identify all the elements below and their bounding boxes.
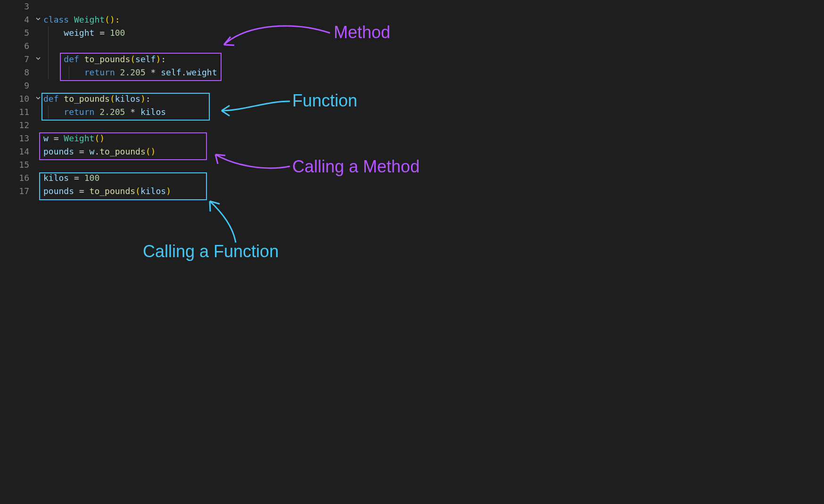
code-content[interactable]: def to_pounds(self): bbox=[43, 53, 824, 66]
line-number: 9 bbox=[0, 79, 33, 92]
line-number: 10 bbox=[0, 92, 33, 106]
line-number: 7 bbox=[0, 53, 33, 66]
fold-spacer bbox=[33, 185, 43, 198]
code-content[interactable] bbox=[43, 158, 824, 171]
code-line-9: 9 bbox=[0, 79, 824, 92]
code-content[interactable]: return 2.205 * self.weight bbox=[43, 66, 824, 79]
code-line-8: 8 return 2.205 * self.weight bbox=[0, 66, 824, 79]
label-call-function: Calling a Function bbox=[143, 242, 279, 261]
line-number: 5 bbox=[0, 26, 33, 40]
code-line-13: 13w = Weight() bbox=[0, 132, 824, 145]
code-line-6: 6 bbox=[0, 40, 824, 53]
code-content[interactable] bbox=[43, 119, 824, 132]
fold-spacer bbox=[33, 79, 43, 92]
line-number: 4 bbox=[0, 13, 33, 26]
code-content[interactable]: pounds = w.to_pounds() bbox=[43, 145, 824, 158]
fold-chevron-icon[interactable] bbox=[33, 92, 43, 106]
arrow-call-function bbox=[203, 195, 259, 247]
code-content[interactable] bbox=[43, 40, 824, 53]
code-line-7: 7 def to_pounds(self): bbox=[0, 53, 824, 66]
fold-spacer bbox=[33, 40, 43, 53]
fold-spacer bbox=[33, 0, 43, 13]
line-number: 17 bbox=[0, 185, 33, 198]
fold-spacer bbox=[33, 171, 43, 185]
code-line-4: 4class Weight(): bbox=[0, 13, 824, 26]
line-number: 16 bbox=[0, 171, 33, 185]
code-line-5: 5 weight = 100 bbox=[0, 26, 824, 40]
line-number: 6 bbox=[0, 40, 33, 53]
fold-spacer bbox=[33, 145, 43, 158]
code-content[interactable]: class Weight(): bbox=[43, 13, 824, 26]
label-method: Method bbox=[334, 23, 390, 42]
line-number: 14 bbox=[0, 145, 33, 158]
code-content[interactable]: w = Weight() bbox=[43, 132, 824, 145]
fold-chevron-icon[interactable] bbox=[33, 13, 43, 26]
code-line-12: 12 bbox=[0, 119, 824, 132]
label-call-method: Calling a Method bbox=[292, 157, 420, 177]
line-number: 8 bbox=[0, 66, 33, 79]
code-content[interactable]: return 2.205 * kilos bbox=[43, 106, 824, 119]
fold-spacer bbox=[33, 119, 43, 132]
line-number: 12 bbox=[0, 119, 33, 132]
line-number: 11 bbox=[0, 106, 33, 119]
label-function: Function bbox=[292, 91, 357, 111]
fold-spacer bbox=[33, 26, 43, 40]
fold-chevron-icon[interactable] bbox=[33, 53, 43, 66]
line-number: 13 bbox=[0, 132, 33, 145]
code-content[interactable]: weight = 100 bbox=[43, 26, 824, 40]
line-number: 3 bbox=[0, 0, 33, 13]
code-line-17: 17pounds = to_pounds(kilos) bbox=[0, 185, 824, 198]
code-line-10: 10def to_pounds(kilos): bbox=[0, 92, 824, 106]
code-line-11: 11 return 2.205 * kilos bbox=[0, 106, 824, 119]
fold-spacer bbox=[33, 106, 43, 119]
code-line-14: 14pounds = w.to_pounds() bbox=[0, 145, 824, 158]
line-number: 15 bbox=[0, 158, 33, 171]
code-content[interactable]: kilos = 100 bbox=[43, 171, 824, 185]
fold-spacer bbox=[33, 158, 43, 171]
code-content[interactable] bbox=[43, 0, 824, 13]
fold-spacer bbox=[33, 132, 43, 145]
code-line-3: 3 bbox=[0, 0, 824, 13]
code-content[interactable]: pounds = to_pounds(kilos) bbox=[43, 185, 824, 198]
fold-spacer bbox=[33, 66, 43, 79]
code-content[interactable]: def to_pounds(kilos): bbox=[43, 92, 824, 106]
code-content[interactable] bbox=[43, 79, 824, 92]
